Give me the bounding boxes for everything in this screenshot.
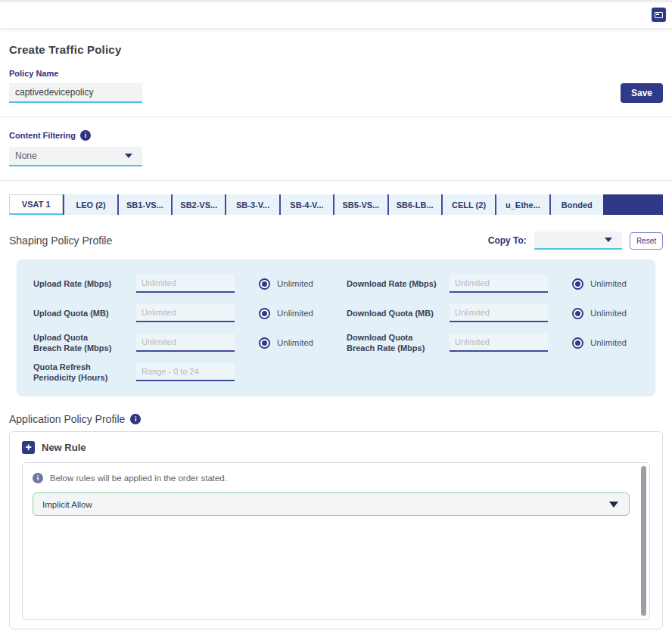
- create-traffic-policy-page: Create Traffic Policy Policy Name Save C…: [0, 43, 672, 643]
- upload-rate-input[interactable]: [136, 275, 235, 293]
- upload-quota-label: Upload Quota (MB): [33, 308, 127, 318]
- tab-cell[interactable]: CELL (2): [441, 194, 495, 215]
- copy-to-dropdown[interactable]: [534, 231, 622, 250]
- tab-vsat1[interactable]: VSAT 1: [9, 194, 63, 215]
- content-filtering-label: Content Filtering: [9, 131, 76, 140]
- chevron-down-icon: [125, 154, 132, 158]
- download-breach-rate-input[interactable]: [450, 334, 548, 352]
- field-row: Download Rate (Mbps) Unlimited: [347, 272, 648, 295]
- divider: [0, 180, 672, 181]
- tab-sb2[interactable]: SB2-VS...: [171, 194, 225, 215]
- download-quota-input[interactable]: [450, 304, 548, 322]
- upload-breach-rate-input[interactable]: [136, 334, 235, 352]
- download-rate-input[interactable]: [450, 275, 548, 293]
- info-icon[interactable]: i: [80, 130, 91, 141]
- download-quota-label: Download Quota (MB): [347, 308, 440, 318]
- tab-strip-filler: [603, 194, 663, 215]
- info-icon[interactable]: i: [130, 414, 141, 424]
- download-breach-rate-label: Download Quota Breach Rate (Mbps): [347, 332, 440, 354]
- shaping-policy-panel: Upload Rate (Mbps) Unlimited Download Ra…: [17, 259, 655, 396]
- radio-selected-icon: [259, 308, 270, 319]
- download-quota-unlimited-radio[interactable]: Unlimited: [572, 308, 648, 319]
- window-icon: [655, 12, 663, 18]
- radio-selected-icon: [572, 278, 583, 290]
- application-policy-title: Application Policy Profile: [9, 413, 125, 425]
- vertical-scrollbar-thumb[interactable]: [641, 466, 646, 616]
- content-filtering-value: None: [15, 151, 37, 161]
- rules-list-box: i Below rules will be applied in the ord…: [22, 462, 650, 620]
- top-app-bar: [0, 0, 672, 28]
- save-button-top[interactable]: Save: [621, 83, 663, 103]
- tab-sb1[interactable]: SB1-VS...: [117, 194, 171, 215]
- implicit-allow-rule-dropdown[interactable]: Implicit Allow: [33, 492, 630, 516]
- policy-name-input[interactable]: [9, 83, 142, 103]
- plus-icon: +: [22, 441, 35, 454]
- tab-sb5[interactable]: SB5-VS...: [333, 194, 387, 215]
- upload-rate-label: Upload Rate (Mbps): [33, 278, 127, 289]
- tab-u-ethernet[interactable]: u_Ethe...: [495, 194, 549, 215]
- content-filtering-dropdown[interactable]: None: [9, 147, 142, 166]
- page-title: Create Traffic Policy: [9, 43, 663, 56]
- quota-refresh-input[interactable]: [136, 363, 235, 381]
- tab-sb4[interactable]: SB-4-V...: [279, 194, 333, 215]
- tab-sb3[interactable]: SB-3-V...: [225, 194, 278, 215]
- radio-selected-icon: [259, 337, 270, 349]
- upload-quota-input[interactable]: [136, 304, 235, 322]
- rules-info-text: Below rules will be applied in the order…: [50, 474, 227, 483]
- rule-value: Implicit Allow: [42, 500, 92, 509]
- upload-rate-unlimited-radio[interactable]: Unlimited: [259, 278, 334, 290]
- download-rate-label: Download Rate (Mbps): [347, 278, 440, 289]
- quota-refresh-label: Quota Refresh Periodicity (Hours): [33, 362, 127, 384]
- tab-bonded[interactable]: Bonded: [549, 194, 603, 215]
- field-row: Quota Refresh Periodicity (Hours): [33, 361, 334, 384]
- chevron-down-icon: [605, 238, 612, 242]
- chevron-down-icon: [609, 502, 618, 508]
- upload-breach-unlimited-radio[interactable]: Unlimited: [259, 337, 334, 349]
- tab-sb6[interactable]: SB6-LB...: [387, 194, 441, 215]
- field-row: Upload Quota (MB) Unlimited: [33, 302, 334, 325]
- copy-to-label: Copy To:: [488, 235, 527, 246]
- application-policy-box: + New Rule i Below rules will be applied…: [9, 431, 663, 629]
- new-rule-button[interactable]: + New Rule: [22, 441, 86, 454]
- shaping-policy-title: Shaping Policy Profile: [9, 235, 112, 247]
- divider: [0, 116, 672, 117]
- reset-button[interactable]: Reset: [630, 232, 663, 250]
- info-icon: i: [33, 473, 43, 483]
- radio-selected-icon: [572, 337, 583, 349]
- field-row: Upload Quota Breach Rate (Mbps) Unlimite…: [33, 331, 334, 354]
- upload-quota-unlimited-radio[interactable]: Unlimited: [259, 308, 334, 319]
- tab-leo[interactable]: LEO (2): [63, 194, 117, 215]
- window-icon-button[interactable]: [652, 8, 666, 22]
- download-rate-unlimited-radio[interactable]: Unlimited: [572, 278, 648, 290]
- policy-name-label: Policy Name: [9, 69, 663, 78]
- radio-selected-icon: [259, 278, 270, 290]
- radio-selected-icon: [572, 308, 583, 319]
- interface-tab-strip: VSAT 1 LEO (2) SB1-VS... SB2-VS... SB-3-…: [9, 194, 663, 215]
- download-breach-unlimited-radio[interactable]: Unlimited: [572, 337, 648, 349]
- field-row: Download Quota (MB) Unlimited: [347, 302, 648, 325]
- upload-breach-rate-label: Upload Quota Breach Rate (Mbps): [33, 332, 127, 354]
- field-row: Upload Rate (Mbps) Unlimited: [33, 272, 334, 295]
- field-row: Download Quota Breach Rate (Mbps) Unlimi…: [347, 331, 648, 354]
